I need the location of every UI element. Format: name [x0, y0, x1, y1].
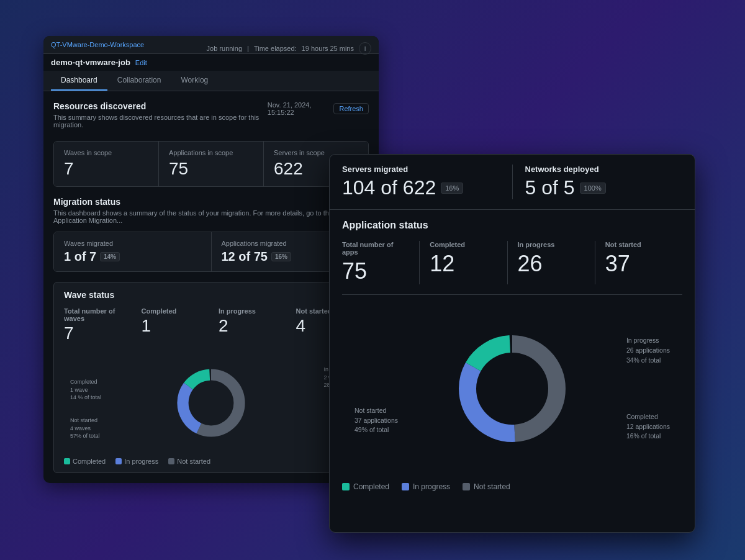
job-name: demo-qt-vmware-job [51, 58, 130, 67]
apps-in-scope-value: 75 [169, 159, 253, 179]
apps-in-scope-card: Applications in scope 75 [159, 142, 264, 186]
legend-not-started-dot [168, 458, 174, 464]
refresh-date: Nov. 21, 2024, 15:15:22 [268, 101, 329, 116]
waves-badge: 14% [100, 252, 120, 261]
networks-badge: 100% [580, 183, 606, 194]
resources-subtitle: This summary shows discovered resources … [53, 114, 268, 129]
wave-total: Total number of waves 7 [64, 307, 127, 343]
wave-status-section: Wave status Total number of waves 7 Comp… [53, 282, 369, 473]
wave-in-progress: In progress 2 [219, 307, 281, 343]
servers-migrated-card: Servers migrated 104 of 622 16% [342, 165, 513, 199]
app-donut-svg [450, 327, 574, 451]
apps-in-scope-label: Applications in scope [169, 149, 253, 156]
status-icon: i [359, 42, 371, 55]
time-elapsed-label: Time elapsed: [254, 45, 297, 52]
waves-in-scope-card: Waves in scope 7 [54, 142, 159, 186]
wave-donut-svg [171, 363, 251, 443]
job-title-bar: demo-qt-vmware-job Edit [43, 54, 379, 71]
networks-deployed-label: Networks deployed [525, 165, 683, 174]
legend-in-progress-dot [115, 458, 122, 464]
networks-deployed-card: Networks deployed 5 of 5 100% [513, 165, 683, 199]
resources-title: Resources discovered [53, 101, 268, 111]
front-window: Servers migrated 104 of 622 16% Networks… [329, 154, 695, 533]
legend-completed: Completed [64, 458, 106, 465]
app-status-section: Application status Total number of apps … [330, 210, 695, 482]
legend-completed-dot [64, 458, 70, 464]
waves-migrated-label: Waves migrated [64, 240, 201, 247]
legend-in-progress: In progress [115, 458, 158, 465]
app-stats-grid: Total number of apps 75 Completed 12 In … [342, 241, 682, 295]
tab-dashboard[interactable]: Dashboard [51, 71, 107, 91]
time-elapsed-value: 19 hours 25 mins [302, 45, 354, 52]
apps-badge: 16% [271, 252, 291, 261]
legend-not-started: Not started [168, 458, 210, 465]
migration-metrics: Waves migrated 1 of 7 14% Applications m… [53, 232, 369, 272]
app-legend-not-started-dot [463, 483, 470, 490]
tab-worklog[interactable]: Worklog [171, 71, 218, 91]
dashboard-content: Resources discovered This summary shows … [43, 91, 379, 483]
app-status-title: Application status [342, 220, 682, 231]
app-total-card: Total number of apps 75 [342, 241, 420, 284]
migration-subtitle: This dashboard shows a summary of the st… [53, 209, 369, 224]
title-bar: QT-VMware-Demo-Workspace Job running | T… [43, 36, 379, 54]
servers-networks-bar: Servers migrated 104 of 622 16% Networks… [330, 155, 695, 210]
refresh-button[interactable]: Refresh [333, 103, 369, 114]
servers-migrated-label: Servers migrated [342, 165, 500, 174]
app-in-progress-label: In progress 26 applications 34% of total [626, 336, 670, 365]
waves-in-scope-value: 7 [64, 159, 148, 179]
app-completed-card: Completed 12 [420, 241, 507, 284]
waves-migrated-card: Waves migrated 1 of 7 14% [54, 232, 212, 271]
wave-completed-label: Completed 1 wave 14 % of total [70, 378, 101, 402]
networks-deployed-value: 5 of 5 100% [525, 176, 683, 199]
app-legend: Completed In progress Not started [330, 482, 695, 501]
app-not-started-label: Not started 37 applications 49% of total [354, 406, 398, 435]
tabs-bar: Dashboard Collaboration Worklog [43, 71, 379, 91]
separator: | [247, 45, 249, 52]
date-refresh-area: Nov. 21, 2024, 15:15:22 Refresh [268, 101, 369, 116]
app-legend-completed: Completed [342, 482, 389, 491]
edit-link[interactable]: Edit [135, 59, 147, 66]
wave-completed: Completed 1 [142, 307, 204, 343]
wave-stats: Total number of waves 7 Completed 1 In p… [64, 307, 358, 343]
wave-not-started-label: Not started 4 waves 57% of total [70, 417, 100, 440]
app-legend-not-started: Not started [463, 482, 510, 491]
app-in-progress-card: In progress 26 [508, 241, 595, 284]
breadcrumb: QT-VMware-Demo-Workspace [51, 41, 144, 48]
migration-status-section: Migration status This dashboard shows a … [53, 197, 369, 224]
app-legend-completed-dot [342, 483, 350, 490]
waves-in-scope-label: Waves in scope [64, 149, 148, 156]
wave-donut-chart: Completed 1 wave 14 % of total In progre… [64, 353, 358, 453]
tab-collaboration[interactable]: Collaboration [107, 71, 171, 91]
resources-header: Resources discovered This summary shows … [53, 101, 369, 136]
servers-badge: 16% [441, 183, 463, 194]
back-window: QT-VMware-Demo-Workspace Job running | T… [43, 36, 379, 483]
servers-migrated-value: 104 of 622 16% [342, 176, 500, 199]
migration-title: Migration status [53, 197, 369, 207]
status-bar: Job running | Time elapsed: 19 hours 25 … [207, 42, 371, 55]
app-not-started-card: Not started 37 [595, 241, 682, 284]
app-legend-in-progress-dot [402, 483, 409, 490]
wave-status-title: Wave status [64, 290, 358, 300]
app-donut-chart: In progress 26 applications 34% of total… [342, 305, 682, 472]
resources-metrics: Waves in scope 7 Applications in scope 7… [53, 141, 369, 187]
wave-legend: Completed In progress Not started [64, 458, 358, 465]
waves-migrated-value: 1 of 7 14% [64, 250, 201, 264]
job-status: Job running [207, 45, 243, 52]
app-legend-in-progress: In progress [402, 482, 450, 491]
app-completed-label: Completed 12 applications 16% of total [626, 412, 670, 441]
